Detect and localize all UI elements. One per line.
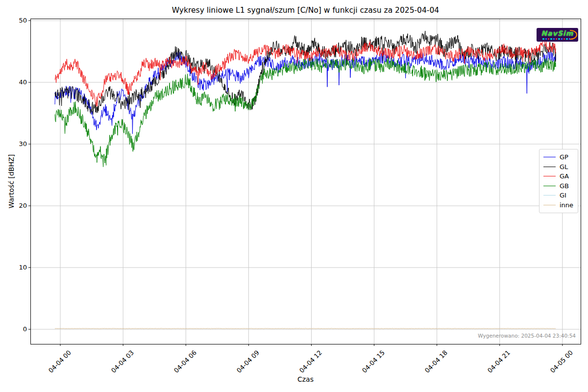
y-tick-label: 10 — [0, 264, 27, 271]
legend-line-sample — [543, 157, 556, 157]
legend-item-GA: GA — [543, 172, 578, 181]
generated-timestamp: Wygenerowano: 2025-04-04 23:40:54 — [478, 333, 576, 339]
legend-label: GI — [560, 192, 566, 199]
legend-item-GB: GB — [543, 181, 578, 191]
legend-line-sample — [543, 167, 556, 167]
series-GA — [55, 38, 556, 107]
y-tick-label: 0 — [0, 325, 27, 333]
legend-line-sample — [543, 205, 556, 205]
legend-label: GB — [560, 182, 569, 190]
legend-item-GI: GI — [543, 191, 578, 200]
legend-label: GL — [560, 163, 568, 171]
y-tick-label: 30 — [0, 140, 27, 148]
legend-item-inne: inne — [543, 200, 578, 210]
legend-line-sample — [543, 186, 556, 186]
series-GB — [55, 57, 556, 167]
legend-label: GA — [560, 172, 569, 180]
legend-line-sample — [543, 195, 556, 196]
legend-item-GL: GL — [543, 162, 578, 172]
y-tick-label: 20 — [0, 202, 27, 210]
series-inne — [55, 328, 556, 329]
navsim-logo: NavSim — [537, 28, 578, 42]
y-tick-label: 40 — [0, 78, 27, 86]
legend: GPGLGAGBGIinne — [539, 149, 578, 213]
chart-title: Wykresy liniowe L1 sygnał/szum [C/No] w … — [30, 6, 581, 15]
legend-line-sample — [543, 176, 556, 176]
legend-label: inne — [560, 201, 573, 209]
chart-figure: Wykresy liniowe L1 sygnał/szum [C/No] w … — [0, 0, 588, 392]
navsim-logo-swoosh — [568, 29, 577, 41]
legend-item-GP: GP — [543, 152, 578, 162]
y-tick-label: 50 — [0, 17, 27, 24]
legend-label: GP — [560, 153, 568, 161]
series-GL — [55, 31, 556, 115]
x-axis-label: Czas — [30, 375, 581, 383]
